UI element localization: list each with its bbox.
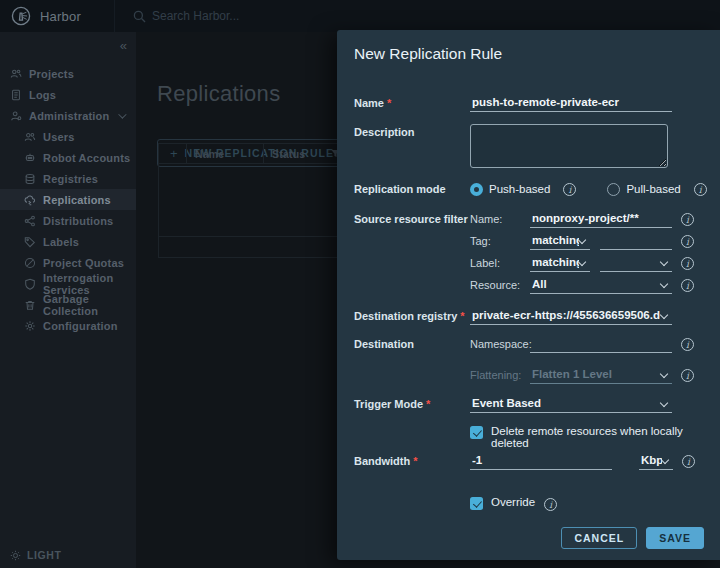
chevron-down-icon — [661, 456, 669, 464]
filter-label-match-select[interactable]: matching — [530, 255, 590, 272]
required-asterisk: * — [460, 310, 464, 322]
trigger-mode-label-text: Trigger Mode — [354, 398, 423, 410]
filter-tag-input[interactable] — [600, 233, 672, 250]
destination-registry-row: Destination registry* private-ecr-https:… — [354, 308, 710, 325]
override-label: Override — [491, 496, 535, 508]
sidebar-item-project-quotas[interactable]: Project Quotas — [0, 252, 136, 273]
sidebar-item-projects[interactable]: Projects — [0, 63, 136, 84]
filter-label-match-value: matching — [532, 256, 579, 268]
theme-toggle[interactable]: LIGHT — [10, 549, 62, 561]
namespace-info-icon[interactable]: i — [681, 338, 694, 351]
filter-name-info-icon[interactable]: i — [681, 213, 694, 226]
filter-name-label: Name: — [470, 211, 530, 225]
sidebar-item-distributions[interactable]: Distributions — [0, 210, 136, 231]
push-based-label: Push-based — [489, 181, 550, 195]
table-column-name: Name — [186, 144, 263, 163]
sidebar-item-label: Distributions — [43, 215, 113, 227]
administration-icon — [10, 110, 22, 122]
namespace-input[interactable] — [530, 336, 672, 353]
filter-tag-row: Tag: matching i — [470, 233, 710, 250]
search-icon — [133, 10, 146, 23]
sidebar-item-configuration[interactable]: Configuration — [0, 315, 136, 336]
push-based-radio[interactable] — [470, 183, 483, 196]
flattening-select[interactable]: Flatten 1 Level — [530, 367, 672, 384]
flattening-spacer — [354, 367, 470, 369]
modal-title: New Replication Rule — [354, 45, 502, 63]
cancel-button[interactable]: CANCEL — [561, 527, 637, 549]
destination-registry-select[interactable]: private-ecr-https://455636659506.dkr.ecr… — [470, 308, 672, 325]
filter-resource-select[interactable]: All — [530, 277, 672, 294]
required-asterisk: * — [426, 398, 430, 410]
sidebar-item-robot-accounts[interactable]: Robot Accounts — [0, 147, 136, 168]
push-based-info-icon[interactable]: i — [563, 183, 576, 196]
filter-tag-match-select[interactable]: matching — [530, 233, 590, 250]
delete-remote-checkbox[interactable] — [470, 426, 483, 439]
name-label: Name* — [354, 95, 470, 109]
sidebar-item-label: Replications — [43, 194, 111, 206]
sidebar-item-label: Configuration — [43, 320, 118, 332]
trigger-mode-row: Trigger Mode* Event Based — [354, 396, 710, 413]
bandwidth-unit-select[interactable]: Kbps — [639, 453, 673, 470]
trigger-mode-label: Trigger Mode* — [354, 396, 470, 410]
global-search — [133, 9, 332, 23]
override-checkbox[interactable] — [470, 497, 483, 510]
save-button[interactable]: SAVE — [646, 527, 704, 549]
sidebar-collapse-icon[interactable]: « — [120, 38, 127, 53]
garbage-collection-icon — [24, 299, 36, 311]
sidebar-item-administration[interactable]: Administration — [0, 105, 136, 126]
sidebar-item-label: Robot Accounts — [43, 152, 130, 164]
modal-buttons: CANCEL SAVE — [561, 527, 704, 549]
filter-label-value-select[interactable] — [600, 255, 672, 272]
filter-label-info-icon[interactable]: i — [681, 257, 694, 270]
sidebar-item-garbage-collection[interactable]: Garbage Collection — [0, 294, 136, 315]
registries-icon — [24, 173, 36, 185]
sidebar-item-label: Projects — [29, 68, 74, 80]
top-bar: Harbor — [0, 0, 720, 32]
flattening-info-icon[interactable]: i — [681, 369, 694, 382]
trigger-mode-select[interactable]: Event Based — [470, 396, 672, 413]
light-theme-icon — [10, 550, 21, 561]
description-textarea[interactable] — [470, 124, 668, 168]
chevron-down-icon — [660, 311, 668, 319]
sidebar-item-interrogation-services[interactable]: Interrogation Services — [0, 273, 136, 294]
bandwidth-info-icon[interactable]: i — [682, 455, 695, 468]
sidebar-item-label: Garbage Collection — [43, 293, 136, 317]
delete-remote-row: Delete remote resources when locally del… — [354, 425, 710, 449]
pull-based-label: Pull-based — [626, 181, 680, 195]
table-column-status: Status — [263, 144, 346, 163]
description-row: Description — [354, 124, 710, 168]
sidebar: « Projects Logs Administration Users — [0, 32, 136, 568]
bandwidth-unit-value: Kbps — [641, 454, 662, 466]
users-icon — [24, 131, 36, 143]
name-input[interactable] — [470, 95, 672, 112]
destination-namespace-row: Destination Namespace: i — [354, 336, 710, 353]
filter-label-label: Label: — [470, 255, 530, 269]
description-label: Description — [354, 124, 470, 138]
sidebar-item-logs[interactable]: Logs — [0, 84, 136, 105]
destination-registry-label-text: Destination registry — [354, 310, 457, 322]
pull-based-radio[interactable] — [607, 183, 620, 196]
override-info-icon[interactable]: i — [544, 498, 557, 511]
chevron-down-icon — [660, 370, 668, 378]
brand-title: Harbor — [40, 9, 81, 24]
replication-mode-row: Replication mode Push-based i Pull-based… — [354, 181, 710, 196]
bandwidth-input[interactable] — [470, 453, 612, 470]
replications-icon — [24, 194, 36, 206]
bandwidth-label: Bandwidth* — [354, 453, 470, 467]
filter-tag-info-icon[interactable]: i — [681, 235, 694, 248]
robot-accounts-icon — [24, 152, 36, 164]
brand-area[interactable]: Harbor — [0, 0, 115, 32]
search-input[interactable] — [152, 9, 332, 23]
filter-resource-info-icon[interactable]: i — [681, 279, 694, 292]
sidebar-item-registries[interactable]: Registries — [0, 168, 136, 189]
destination-flattening-row: Flattening: Flatten 1 Level i — [354, 367, 710, 384]
pull-based-info-icon[interactable]: i — [694, 183, 707, 196]
delete-remote-label: Delete remote resources when locally del… — [491, 425, 710, 449]
sidebar-item-users[interactable]: Users — [0, 126, 136, 147]
project-quotas-icon — [24, 257, 36, 269]
filter-name-input[interactable] — [530, 211, 672, 228]
page-title: Replications — [157, 81, 280, 107]
sidebar-item-replications[interactable]: Replications — [0, 189, 136, 210]
sidebar-item-labels[interactable]: Labels — [0, 231, 136, 252]
flattening-label: Flattening: — [470, 367, 530, 381]
